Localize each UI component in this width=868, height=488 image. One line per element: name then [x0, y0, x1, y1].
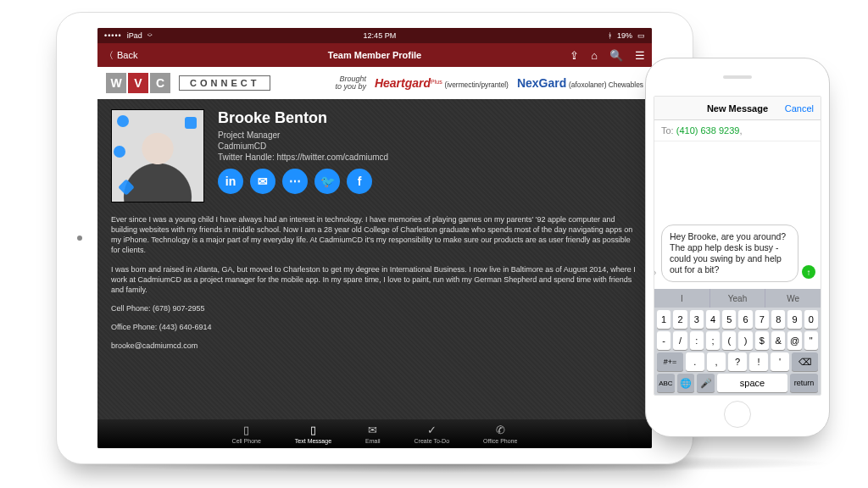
menu-icon[interactable]: ☰	[635, 49, 645, 62]
key-row-1: 1 2 3 4 5 6 7 8 9 0	[654, 308, 821, 329]
linkedin-icon[interactable]: in	[218, 169, 243, 194]
key[interactable]: @	[787, 331, 801, 350]
key[interactable]: 5	[722, 310, 736, 329]
arrow-up-icon: ↑	[807, 268, 811, 277]
iphone-device: New Message Cancel To: (410) 638 9239, ›…	[645, 58, 830, 437]
profile-role: Project Manager	[218, 130, 388, 140]
to-field[interactable]: To: (410) 638 9239,	[654, 120, 821, 141]
home-icon[interactable]: ⌂	[591, 49, 598, 62]
key-row-2: - / : ; ( ) $ & @ "	[654, 329, 821, 350]
profile-company: CadmiumCD	[218, 141, 388, 151]
key[interactable]: 0	[804, 310, 818, 329]
ipad-camera	[77, 236, 82, 241]
key[interactable]: $	[755, 331, 769, 350]
search-icon[interactable]: 🔍	[609, 49, 623, 62]
brought-by-label: Broughtto you by	[335, 75, 366, 92]
page-title: Team Member Profile	[97, 50, 652, 60]
key[interactable]: :	[690, 331, 704, 350]
predictive-option[interactable]: Yeah	[710, 289, 766, 308]
twitter-icon[interactable]: 🐦	[314, 169, 340, 194]
delete-key[interactable]: ⌫	[792, 352, 818, 371]
cancel-button[interactable]: Cancel	[785, 103, 814, 114]
send-button[interactable]: ↑	[802, 265, 815, 279]
tab-cell-phone[interactable]: ▯Cell Phone	[232, 424, 261, 444]
wvc-tile-v: V	[128, 73, 148, 93]
heartgard-logo: HeartgardPlus (ivermectin/pyrantel)	[375, 76, 509, 90]
wifi-icon: ⌔	[147, 31, 152, 40]
key[interactable]: -	[657, 331, 670, 350]
key[interactable]: (	[722, 331, 736, 350]
chevron-left-icon: 〈	[104, 49, 114, 62]
key[interactable]: 7	[755, 310, 769, 329]
key[interactable]: 1	[657, 310, 670, 329]
iphone-home-button[interactable]	[724, 401, 751, 428]
card-icon[interactable]: ✉	[250, 169, 275, 194]
phone-text-icon: ▯	[310, 424, 316, 436]
predictive-option[interactable]: I	[654, 289, 710, 308]
key[interactable]: /	[673, 331, 687, 350]
phone-icon: ▯	[243, 424, 249, 436]
battery-pct: 19%	[617, 31, 632, 40]
facebook-icon[interactable]: f	[347, 169, 372, 194]
message-input[interactable]: Hey Brooke, are you around? The app help…	[661, 225, 798, 283]
sponsor-banner: W V C CONNECT Broughtto you by Heartgard…	[97, 67, 652, 99]
key[interactable]: !	[749, 352, 768, 371]
key[interactable]: 2	[673, 310, 687, 329]
tab-email[interactable]: ✉Email	[365, 424, 381, 444]
profile-twitter: Twitter Handle: https://twitter.com/cadm…	[218, 152, 388, 162]
carrier-label: iPad	[127, 31, 142, 40]
tab-text-message[interactable]: ▯Text Message	[295, 424, 331, 444]
key[interactable]: "	[804, 331, 818, 350]
ipad-device: ••••• iPad ⌔ 12:45 PM ᚼ 19% ▭ 〈 Back Tea…	[56, 12, 693, 464]
share-icon[interactable]: ⇪	[570, 49, 579, 62]
key[interactable]: 8	[771, 310, 785, 329]
messages-header: New Message Cancel	[654, 97, 821, 120]
bio-paragraph-2: I was born and raised in Atlanta, GA, bu…	[111, 264, 638, 295]
tab-office-phone[interactable]: ✆Office Phone	[483, 424, 517, 444]
profile-content: Brooke Benton Project Manager CadmiumCD …	[97, 99, 652, 419]
key[interactable]: 4	[706, 310, 720, 329]
predictive-option[interactable]: We	[765, 289, 821, 308]
message-area[interactable]: › Hey Brooke, are you around? The app he…	[654, 141, 821, 289]
cell-phone: Cell Phone: (678) 907-2955	[111, 303, 638, 313]
abc-key[interactable]: ABC	[657, 374, 675, 392]
key[interactable]: )	[738, 331, 752, 350]
mic-key[interactable]: 🎤	[697, 374, 715, 392]
bluetooth-icon: ᚼ	[608, 31, 612, 40]
nav-bar: 〈 Back Team Member Profile ⇪ ⌂ 🔍 ☰	[97, 43, 652, 67]
back-button[interactable]: 〈 Back	[104, 49, 137, 62]
key[interactable]: .	[686, 352, 704, 371]
key[interactable]: ;	[706, 331, 720, 350]
key[interactable]: ?	[728, 352, 747, 371]
to-number: (410) 638 9239	[676, 125, 740, 136]
battery-icon: ▭	[637, 31, 645, 40]
status-bar: ••••• iPad ⌔ 12:45 PM ᚼ 19% ▭	[97, 28, 652, 43]
key-row-4: ABC 🌐 🎤 space return	[654, 371, 821, 395]
tab-create-todo[interactable]: ✓Create To-Do	[415, 424, 450, 444]
avatar	[111, 109, 204, 202]
space-key[interactable]: space	[717, 374, 787, 392]
back-label: Back	[117, 50, 137, 60]
key[interactable]: ,	[707, 352, 726, 371]
key[interactable]: &	[771, 331, 785, 350]
wvc-tile-w: W	[106, 73, 126, 93]
to-label: To:	[661, 125, 674, 136]
key[interactable]: 3	[690, 310, 704, 329]
key[interactable]: 9	[787, 310, 801, 329]
chat-icon[interactable]: ⋯	[282, 169, 308, 194]
bio-paragraph-1: Ever since I was a young child I have al…	[111, 214, 638, 256]
email: brooke@cadmiumcd.com	[111, 341, 638, 351]
iphone-speaker	[723, 75, 752, 79]
bottom-tabbar: ▯Cell Phone ▯Text Message ✉Email ✓Create…	[97, 419, 652, 448]
social-row: in ✉ ⋯ 🐦 f	[218, 169, 388, 194]
symbols-key[interactable]: #+=	[657, 352, 683, 371]
key[interactable]: 6	[738, 310, 752, 329]
key[interactable]: '	[771, 352, 789, 371]
return-key[interactable]: return	[790, 374, 818, 392]
wvc-tile-c: C	[150, 73, 170, 93]
envelope-icon: ✉	[368, 424, 377, 436]
key-row-3: #+= . , ? ! ' ⌫	[654, 350, 821, 371]
signal-dots-icon: •••••	[104, 31, 122, 40]
status-time: 12:45 PM	[364, 31, 397, 40]
globe-key[interactable]: 🌐	[677, 374, 695, 392]
